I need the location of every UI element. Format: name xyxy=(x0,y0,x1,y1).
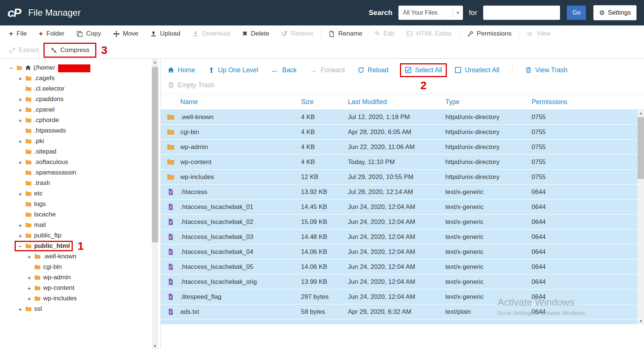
expand-toggle[interactable]: + xyxy=(27,295,32,302)
scroll-down-button[interactable]: ▼ xyxy=(152,343,158,349)
tree-item-spamassassin[interactable]: .spamassassin xyxy=(4,167,160,178)
reload-button[interactable]: Reload xyxy=(358,66,388,74)
file-row-wp-includes[interactable]: wp-includes12 KBJul 29, 2020, 10:55 PMht… xyxy=(161,170,644,185)
collapse-toggle[interactable]: − xyxy=(9,65,14,71)
tree-item-softaculous[interactable]: +.softaculous xyxy=(4,157,160,167)
expand-toggle[interactable]: + xyxy=(27,254,32,260)
tree-scrollbar[interactable]: ▲ ▼ xyxy=(152,59,158,349)
expand-toggle[interactable]: + xyxy=(18,306,23,312)
permissions-button[interactable]: Permissions xyxy=(461,27,518,40)
tree-item-inner: cgi-bin xyxy=(25,263,64,271)
tree-item-pki[interactable]: +.pki xyxy=(4,136,160,146)
file-row-ads-txt[interactable]: ads.txt58 bytesApr 29, 2020, 6:32 AMtext… xyxy=(161,304,644,319)
expand-toggle[interactable]: + xyxy=(18,159,23,166)
file-table-scrollbar[interactable]: ▲ ▼ xyxy=(638,110,644,324)
tree-item-sitepad[interactable]: .sitepad xyxy=(4,146,160,157)
edit-icon: ✎ xyxy=(374,30,380,37)
tree-item-cpaddons[interactable]: +.cpaddons xyxy=(4,94,160,104)
expand-toggle[interactable]: + xyxy=(18,107,23,113)
file-row-htaccess-lscachebak-05[interactable]: .htaccess_lscachebak_0514.06 KBJun 24, 2… xyxy=(161,260,644,274)
settings-button[interactable]: ⚙ Settings xyxy=(593,5,637,20)
file-row-wp-content[interactable]: wp-content4 KBToday, 11:10 PMhttpd/unix-… xyxy=(161,155,644,170)
expand-toggle[interactable]: + xyxy=(18,138,23,145)
file-button[interactable]: +File xyxy=(3,27,33,40)
tree-item-trash[interactable]: .trash xyxy=(4,178,160,188)
tree-item-inner: .htpasswds xyxy=(16,127,68,135)
tree-item-mail[interactable]: +mail xyxy=(4,220,160,230)
expand-toggle[interactable]: + xyxy=(18,75,23,82)
file-row-wp-admin[interactable]: wp-admin4 KBJun 22, 2020, 11:06 AMhttpd/… xyxy=(161,140,644,155)
compress-button[interactable]: Compress3 xyxy=(45,44,95,57)
tree-item-ssl[interactable]: +ssl xyxy=(4,304,160,314)
tree-item-cgi-bin[interactable]: cgi-bin xyxy=(4,262,160,272)
column-header-name[interactable]: Name xyxy=(180,98,301,106)
move-button[interactable]: Move xyxy=(107,27,145,40)
column-header-size[interactable]: Size xyxy=(301,98,348,106)
tree-item-wp-content[interactable]: +wp-content xyxy=(4,283,160,293)
scrollbar-thumb[interactable] xyxy=(152,67,158,242)
scroll-up-button[interactable]: ▲ xyxy=(152,59,158,65)
delete-button[interactable]: ✖Delete xyxy=(237,27,276,40)
tree-item-wp-includes[interactable]: +wp-includes xyxy=(4,293,160,304)
expand-toggle[interactable]: + xyxy=(18,191,23,197)
tree-item-cl-selector[interactable]: .cl.selector xyxy=(4,84,160,94)
file-type: httpd/unix-directory xyxy=(445,113,532,121)
up-one-level-button[interactable]: Up One Level xyxy=(208,66,258,74)
select-all-button[interactable]: Select All2 xyxy=(401,64,446,76)
file-row-htaccess-lscachebak-02[interactable]: .htaccess_lscachebak_0215.09 KBJun 24, 2… xyxy=(161,215,644,230)
back-button[interactable]: ←Back xyxy=(271,66,297,74)
upload-button[interactable]: Upload xyxy=(144,27,186,40)
search-scope-select[interactable]: All Your Files ▼ xyxy=(398,6,463,20)
file-row-htaccess-lscachebak-04[interactable]: .htaccess_lscachebak_0414.06 KBJun 24, 2… xyxy=(161,245,644,260)
file-row-htaccess-lscachebak-03[interactable]: .htaccess_lscachebak_0314.48 KBJun 24, 2… xyxy=(161,230,644,245)
upload-label: Upload xyxy=(160,30,180,37)
folder-icon xyxy=(25,222,32,228)
folder-icon xyxy=(25,86,32,92)
tree-item-lscache[interactable]: lscache xyxy=(4,209,160,220)
column-header-last-modified[interactable]: Last Modified xyxy=(348,98,445,106)
rename-button[interactable]: Rename xyxy=(322,27,368,40)
view-trash-button[interactable]: View Trash xyxy=(525,66,568,74)
column-header-type[interactable]: Type xyxy=(445,98,532,106)
copy-button[interactable]: Copy xyxy=(70,27,107,40)
file-row-well-known[interactable]: .well-known4 KBJul 12, 2020, 1:18 PMhttp… xyxy=(161,110,644,125)
file-row-litespeed-flag[interactable]: .litespeed_flag297 bytesJun 24, 2020, 12… xyxy=(161,289,644,304)
tree-item-public-html[interactable]: −public_html1 xyxy=(4,241,160,251)
tree-item-logs[interactable]: logs xyxy=(4,199,160,209)
select-all-label: Select All xyxy=(415,66,442,74)
collapse-toggle[interactable]: − xyxy=(18,243,23,249)
go-button[interactable]: Go xyxy=(567,6,586,20)
scroll-down-button[interactable]: ▼ xyxy=(638,318,644,324)
file-row-htaccess-lscachebak-orig[interactable]: .htaccess_lscachebak_orig13.99 KBJun 24,… xyxy=(161,274,644,289)
file-type: httpd/unix-directory xyxy=(445,173,532,181)
column-header-permissions[interactable]: Permissions xyxy=(532,98,644,106)
expand-toggle[interactable]: + xyxy=(27,285,32,291)
home-button[interactable]: Home xyxy=(168,66,195,74)
tree-item-well-known[interactable]: +.well-known xyxy=(4,251,160,262)
expand-toggle[interactable]: + xyxy=(18,117,23,124)
expand-toggle[interactable]: + xyxy=(18,222,23,228)
tree-item-public-ftp[interactable]: +public_ftp xyxy=(4,230,160,241)
search-input[interactable] xyxy=(483,6,560,20)
scrollbar-thumb[interactable] xyxy=(638,117,644,179)
scroll-up-button[interactable]: ▲ xyxy=(638,110,644,116)
file-row-htaccess[interactable]: .htaccess13.92 KBJul 28, 2020, 12:14 AMt… xyxy=(161,185,644,200)
tree-item-cagefs[interactable]: +.cagefs xyxy=(4,73,160,84)
tree-item-cphorde[interactable]: +.cphorde xyxy=(4,115,160,125)
home-label: Home xyxy=(178,66,195,74)
unselect-all-button[interactable]: Unselect All xyxy=(455,66,499,74)
compress-icon xyxy=(51,47,57,54)
file-row-htaccess-lscachebak-01[interactable]: .htaccess_lscachebak_0114.45 KBJun 24, 2… xyxy=(161,200,644,215)
tree-item-wp-admin[interactable]: +wp-admin xyxy=(4,272,160,283)
tree-item-home[interactable]: −(/home/ xyxy=(4,63,160,73)
expand-toggle[interactable]: + xyxy=(27,274,32,281)
tree-item-cpanel[interactable]: +.cpanel xyxy=(4,104,160,115)
folder-button[interactable]: +Folder xyxy=(33,27,70,40)
expand-toggle[interactable]: + xyxy=(18,96,23,103)
tree-item-htpasswds[interactable]: .htpasswds xyxy=(4,125,160,136)
file-row-cgi-bin[interactable]: cgi-bin4 KBApr 28, 2020, 6:05 AMhttpd/un… xyxy=(161,125,644,140)
expand-toggle[interactable]: + xyxy=(18,233,23,239)
tree-item-etc[interactable]: +etc xyxy=(4,188,160,199)
for-label: for xyxy=(469,9,477,17)
file-last-modified: Apr 29, 2020, 6:32 AM xyxy=(348,308,445,316)
